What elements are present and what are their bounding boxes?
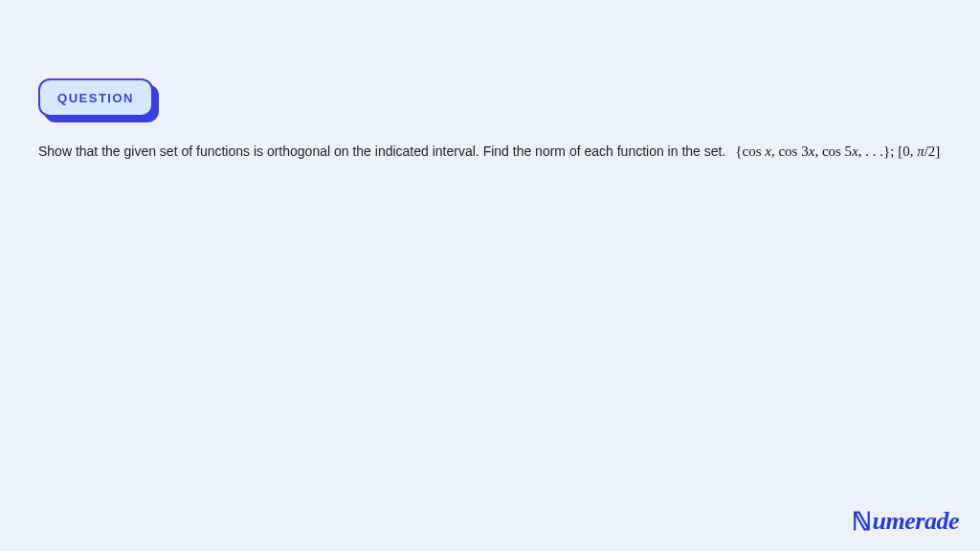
question-math: {cos x, cos 3x, cos 5x, . . .}; [0, π/2] — [735, 143, 940, 160]
question-row: Show that the given set of functions is … — [38, 143, 942, 160]
brand-logo: ℕumerade — [852, 506, 959, 536]
badge-label: QUESTION — [57, 91, 134, 105]
question-badge: QUESTION — [38, 78, 153, 117]
brand-logo-glyph: ℕ — [852, 507, 872, 537]
badge-pill: QUESTION — [38, 78, 153, 117]
question-text: Show that the given set of functions is … — [38, 143, 725, 159]
brand-logo-text: umerade — [873, 507, 959, 535]
